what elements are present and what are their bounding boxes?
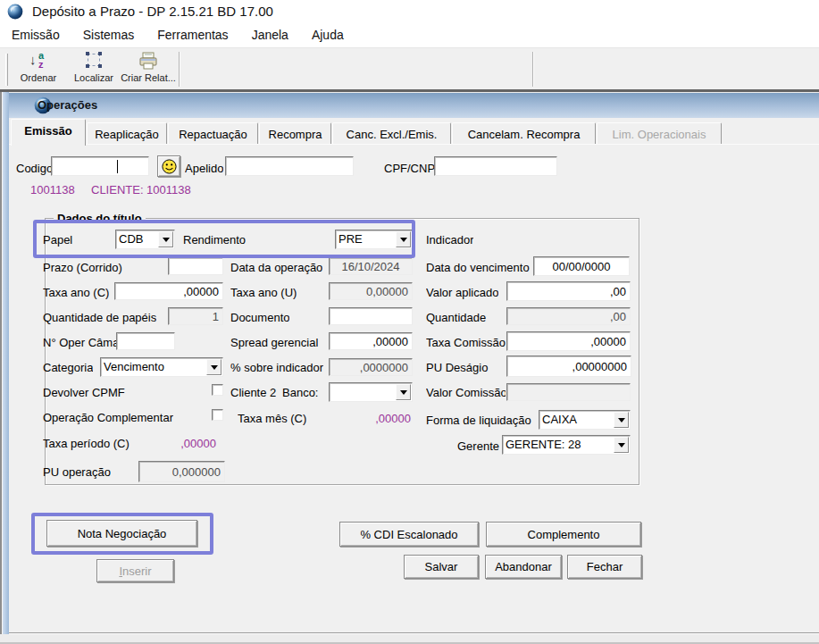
forma-liquidacao-combobox[interactable]: CAIXA bbox=[539, 410, 631, 430]
spread-gerencial-input[interactable] bbox=[329, 332, 413, 350]
valor-comissao-label: Valor Comissão bbox=[426, 386, 506, 399]
documento-label: Documento bbox=[230, 311, 289, 324]
quantidade-label: Quantidade bbox=[426, 311, 486, 324]
pct-sobre-indicador-label: % sobre indicador bbox=[230, 361, 323, 374]
papel-combobox[interactable]: CDB bbox=[115, 230, 175, 249]
taxa-periodo-c-label: Taxa período (C) bbox=[43, 437, 130, 450]
menu-ajuda[interactable]: Ajuda bbox=[300, 25, 355, 45]
indicador-label: Indicador bbox=[426, 233, 473, 247]
banco-combobox[interactable] bbox=[329, 382, 413, 402]
tab-lim-operacionais: Lim. Operacionais bbox=[597, 122, 722, 145]
gerente-label: Gerente bbox=[457, 439, 499, 453]
chevron-down-icon[interactable] bbox=[396, 231, 411, 247]
menu-ferramentas[interactable]: Ferramentas bbox=[146, 25, 239, 45]
salvar-button[interactable]: Salvar bbox=[404, 555, 479, 579]
client-lookup-button[interactable] bbox=[157, 155, 180, 177]
taxa-ano-u-value: 0,00000 bbox=[329, 282, 413, 300]
operacao-complementar-checkbox[interactable] bbox=[212, 409, 223, 421]
valor-comissao-value bbox=[506, 383, 631, 401]
codigo-label: Codigo bbox=[16, 162, 53, 175]
devolver-cpmf-checkbox[interactable] bbox=[212, 384, 223, 396]
tab-reaplicacao[interactable]: Reaplicação bbox=[87, 122, 167, 145]
data-operacao-value: 16/10/2024 bbox=[329, 257, 413, 275]
chevron-down-icon[interactable] bbox=[396, 384, 411, 400]
tab-recompra[interactable]: Recompra bbox=[259, 122, 331, 145]
chevron-down-icon[interactable] bbox=[614, 437, 629, 453]
rendimento-combobox[interactable]: PRE bbox=[335, 230, 413, 249]
taxa-ano-c-input[interactable] bbox=[114, 282, 223, 300]
nota-negociacao-button[interactable]: Nota Negociação bbox=[46, 520, 197, 547]
gerente-combobox[interactable]: GERENTE: 28 bbox=[502, 435, 631, 455]
qtd-papeis-value: 1 bbox=[168, 307, 223, 325]
tab-strip-baseline bbox=[9, 144, 819, 145]
documento-input[interactable] bbox=[329, 307, 413, 325]
toolbar-separator bbox=[179, 52, 180, 87]
pu-desagio-label: PU Deságio bbox=[426, 361, 505, 374]
fechar-button[interactable]: Fechar bbox=[567, 555, 642, 579]
chevron-down-icon[interactable] bbox=[158, 231, 173, 247]
locate-icon bbox=[83, 51, 104, 71]
operations-titlebar bbox=[9, 93, 819, 118]
menu-emissao[interactable]: Emissão bbox=[0, 25, 71, 45]
data-operacao-label: Data da operação bbox=[230, 261, 322, 274]
tab-emissao[interactable]: Emissão bbox=[11, 119, 86, 146]
toolbar-separator bbox=[532, 52, 534, 87]
text-caret bbox=[117, 160, 118, 173]
operacao-complementar-label: Operação Complementar bbox=[43, 411, 173, 424]
menu-janela[interactable]: Janela bbox=[240, 25, 300, 45]
valor-aplicado-input[interactable] bbox=[506, 281, 631, 301]
tab-repactuacao[interactable]: Repactuação bbox=[168, 122, 258, 145]
data-vencimento-input[interactable] bbox=[533, 256, 630, 276]
window-title: Depósito a Prazo - DP 2.15.21 BD 17.00 bbox=[32, 4, 273, 19]
abandonar-button[interactable]: Abandonar bbox=[485, 555, 562, 579]
criar-relatorio-button[interactable]: Criar Relat... bbox=[120, 51, 177, 88]
toolbar: ↓az Ordenar Localizar bbox=[0, 47, 819, 89]
apelido-input[interactable] bbox=[225, 156, 354, 176]
quantidade-value: ,00 bbox=[506, 307, 631, 325]
client-name: CLIENTE: 1001138 bbox=[91, 183, 191, 197]
taxa-mes-c-value: ,00000 bbox=[339, 412, 411, 425]
pu-operacao-value: 0,000000 bbox=[138, 461, 225, 482]
pct-sobre-indicador-value: ,0000000 bbox=[329, 358, 413, 376]
devolver-cpmf-label: Devolver CPMF bbox=[43, 386, 125, 399]
taxa-ano-u-label: Taxa ano (U) bbox=[230, 286, 297, 299]
categoria-combobox[interactable]: Vencimento bbox=[100, 357, 223, 377]
pu-operacao-label: PU operação bbox=[43, 465, 111, 479]
client-code: 1001138 bbox=[30, 183, 75, 197]
data-vencimento-label: Data do vencimento bbox=[426, 261, 530, 274]
taxa-mes-c-label: Taxa mês (C) bbox=[238, 412, 306, 425]
menu-sistemas[interactable]: Sistemas bbox=[71, 25, 146, 45]
codigo-input[interactable] bbox=[51, 156, 149, 176]
operations-title: Operações bbox=[38, 98, 97, 112]
papel-label: Papel bbox=[43, 233, 72, 247]
tab-canc-excl-emis[interactable]: Canc. Excl./Emis. bbox=[332, 122, 451, 145]
apelido-label: Apelido bbox=[185, 162, 223, 175]
toolbar-gripper bbox=[5, 54, 8, 86]
cliente2-label: Cliente 2 bbox=[230, 386, 276, 399]
taxa-ano-c-label: Taxa ano (C) bbox=[43, 286, 109, 299]
taxa-comissao-input[interactable] bbox=[506, 331, 631, 351]
prazo-corrido-input[interactable] bbox=[168, 257, 223, 275]
complemento-button[interactable]: Complemento bbox=[486, 522, 641, 547]
app-logo-icon bbox=[7, 4, 23, 20]
qtd-papeis-label: Quantidade de papéis bbox=[43, 311, 156, 324]
pu-desagio-input[interactable] bbox=[506, 355, 631, 377]
spread-gerencial-label: Spread gerencial bbox=[230, 336, 318, 349]
cpf-cnpj-label: CPF/CNPJ bbox=[384, 162, 441, 175]
taxa-comissao-label: Taxa Comissão bbox=[426, 336, 506, 349]
chevron-down-icon[interactable] bbox=[206, 359, 221, 375]
cdi-escalonado-button[interactable]: % CDI Escalonado bbox=[339, 522, 479, 547]
tab-cancelam-recompra[interactable]: Cancelam. Recompra bbox=[452, 122, 596, 145]
localizar-button[interactable]: Localizar bbox=[68, 51, 120, 88]
n-oper-camara-input[interactable] bbox=[116, 332, 175, 350]
banco-label: Banco: bbox=[282, 386, 318, 399]
menu-bar: Emissão Sistemas Ferramentas Janela Ajud… bbox=[0, 23, 819, 46]
valor-aplicado-label: Valor aplicado bbox=[426, 286, 498, 299]
rendimento-label: Rendimento bbox=[183, 233, 246, 247]
chevron-down-icon[interactable] bbox=[614, 412, 629, 428]
app-window: Depósito a Prazo - DP 2.15.21 BD 17.00 E… bbox=[0, 0, 819, 644]
cpf-cnpj-input[interactable] bbox=[434, 156, 557, 176]
categoria-label: Categoria bbox=[43, 361, 93, 374]
ordenar-button[interactable]: ↓az Ordenar bbox=[13, 51, 64, 88]
sort-az-icon: ↓az bbox=[28, 51, 49, 71]
